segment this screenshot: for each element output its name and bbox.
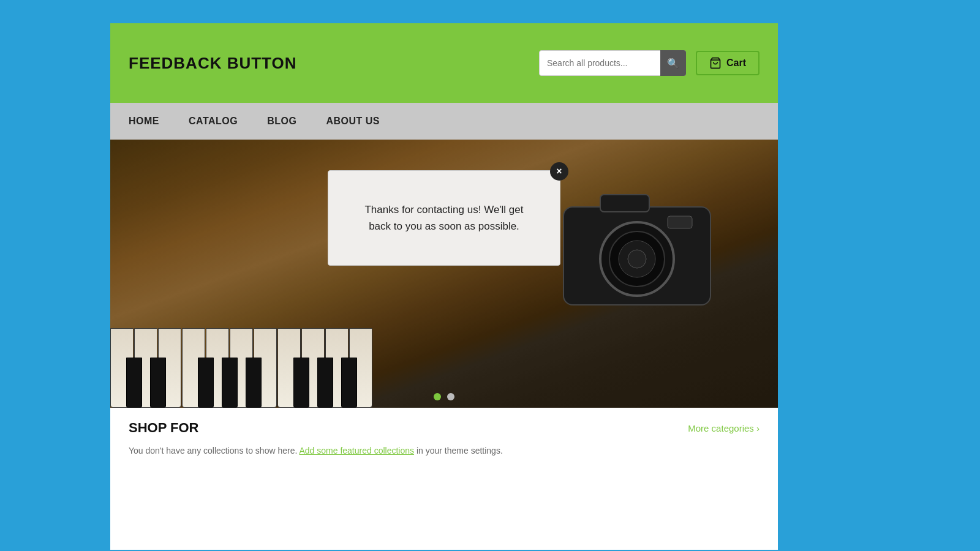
- header-right: 🔍 Cart: [539, 50, 760, 76]
- nav-item-home[interactable]: HOME: [129, 103, 174, 140]
- modal-overlay: × Thanks for contacting us! We'll get ba…: [110, 140, 778, 408]
- shop-title: SHOP FOR: [129, 420, 199, 436]
- add-collections-link[interactable]: Add some featured collections: [299, 446, 414, 455]
- search-icon: 🔍: [667, 58, 679, 69]
- cart-label: Cart: [726, 58, 746, 69]
- nav-bar: HOME CATALOG BLOG ABOUT US: [110, 103, 778, 140]
- close-icon: ×: [556, 166, 562, 177]
- nav-item-blog[interactable]: BLOG: [252, 103, 311, 140]
- main-content: FEEDBACK BUTTON 🔍 Cart HOME CATALOG BLOG: [110, 23, 778, 550]
- cart-icon: [709, 57, 722, 69]
- nav-item-about[interactable]: ABOUT US: [311, 103, 394, 140]
- hero-slider: × Thanks for contacting us! We'll get ba…: [110, 140, 778, 408]
- modal-close-button[interactable]: ×: [550, 162, 568, 181]
- collections-suffix: in your theme settings.: [417, 446, 503, 455]
- modal-box: × Thanks for contacting us! We'll get ba…: [328, 170, 560, 266]
- search-container: 🔍: [539, 50, 686, 76]
- site-title: FEEDBACK BUTTON: [129, 54, 297, 73]
- collections-empty: You don't have any collections to show h…: [110, 442, 778, 459]
- header: FEEDBACK BUTTON 🔍 Cart: [110, 23, 778, 103]
- search-button[interactable]: 🔍: [660, 50, 686, 76]
- more-categories-link[interactable]: More categories ›: [688, 423, 760, 433]
- shop-section: SHOP FOR More categories ›: [110, 408, 778, 442]
- collections-empty-text: You don't have any collections to show h…: [129, 446, 297, 455]
- nav-item-catalog[interactable]: CATALOG: [174, 103, 252, 140]
- modal-message: Thanks for contacting us! We'll get back…: [353, 201, 535, 234]
- cart-button[interactable]: Cart: [696, 51, 760, 75]
- content-area: × Thanks for contacting us! We'll get ba…: [110, 140, 778, 459]
